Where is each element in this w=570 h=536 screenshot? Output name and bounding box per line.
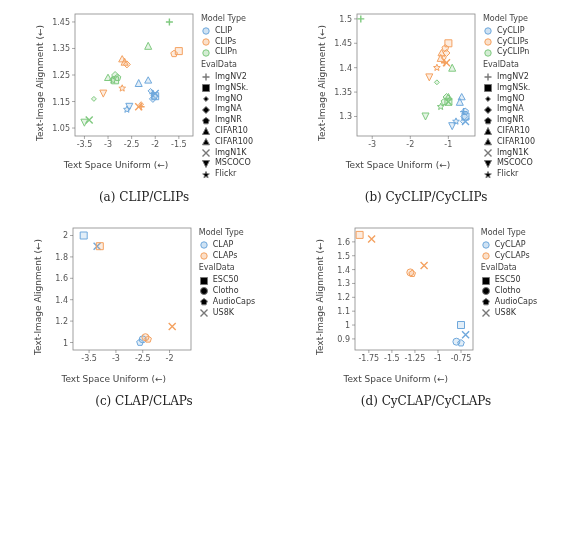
legend-swatch (483, 37, 493, 47)
svg-point-42 (485, 39, 491, 45)
legend-eval-row: ImgN1K (483, 148, 535, 159)
legend-eval-row: ImgNO (483, 94, 535, 105)
legend-marker-icon (201, 116, 211, 126)
data-point (426, 74, 433, 81)
legend-marker-icon (201, 83, 211, 93)
legend: Model TypeCLIPCLIPsCLIPnEvalDataImgNV2Im… (201, 8, 253, 180)
legend-eval-label: Flickr (215, 169, 236, 180)
legend-eval-label: ImgN1K (215, 148, 247, 159)
legend-eval-row: ESC50 (481, 275, 537, 286)
legend-eval-row: ESC50 (199, 275, 255, 286)
legend-model-label: CLAPs (213, 251, 238, 262)
panel-caption: (d) CyCLAP/CyCLAPs (361, 394, 491, 408)
legend-eval-row: AudioCaps (481, 297, 537, 308)
svg-point-21 (203, 28, 209, 34)
legend-header-model: Model Type (199, 228, 255, 239)
legend-model-label: CyCLAPs (495, 251, 530, 262)
legend-eval-label: ImgNO (497, 94, 525, 105)
svg-text:1.6: 1.6 (55, 274, 68, 283)
legend-swatch (483, 26, 493, 36)
legend-eval-row: ImgNO (201, 94, 253, 105)
legend-marker-icon (201, 137, 211, 147)
legend-eval-label: ImgNSk. (215, 83, 248, 94)
legend-eval-row: Flickr (483, 169, 535, 180)
data-point (135, 80, 142, 87)
scatter-plot: -1.75-1.5-1.25-1-0.750.911.11.21.31.41.5… (327, 222, 477, 372)
legend-eval-label: ImgNO (215, 94, 243, 105)
legend-header-model: Model Type (481, 228, 537, 239)
legend-eval-label: CIFAR100 (497, 137, 535, 148)
legend-swatch (199, 240, 209, 250)
svg-point-95 (483, 253, 489, 259)
legend-marker-icon (199, 308, 209, 318)
legend-header-model: Model Type (201, 14, 253, 25)
data-point (356, 231, 363, 238)
legend-eval-label: US8K (495, 308, 516, 319)
legend-eval-row: ImgNA (483, 104, 535, 115)
svg-text:1.6: 1.6 (337, 238, 350, 247)
legend-marker-icon (483, 170, 493, 180)
data-point (96, 243, 103, 250)
svg-text:-2: -2 (165, 354, 173, 363)
svg-text:1.15: 1.15 (52, 98, 70, 107)
legend-eval-row: CIFAR10 (483, 126, 535, 137)
data-point (119, 85, 126, 91)
legend-eval-label: ESC50 (213, 275, 239, 286)
legend-eval-label: ImgNSk. (497, 83, 530, 94)
svg-point-22 (203, 39, 209, 45)
data-point (453, 118, 460, 124)
data-point (166, 19, 173, 26)
x-axis-label: Text Space Uniform (←) (61, 374, 166, 384)
legend-model-row: CLIPn (201, 47, 253, 58)
svg-text:-1: -1 (434, 354, 442, 363)
legend-swatch (201, 37, 211, 47)
legend-eval-label: ImgNV2 (215, 72, 247, 83)
legend-header-eval: EvalData (481, 263, 537, 274)
svg-text:-1.75: -1.75 (358, 354, 379, 363)
y-axis-label: Text-Image Alignment (←) (315, 239, 325, 355)
legend-model-row: CyCLAP (481, 240, 537, 251)
legend-marker-icon (201, 94, 211, 104)
svg-text:1.35: 1.35 (52, 44, 70, 53)
legend-marker-icon (201, 126, 211, 136)
legend-marker-icon (199, 297, 209, 307)
legend-header-eval: EvalData (201, 60, 253, 71)
x-axis-label: Text Space Uniform (←) (343, 374, 448, 384)
legend-model-row: CLAP (199, 240, 255, 251)
svg-text:-2: -2 (406, 140, 414, 149)
svg-text:2: 2 (63, 231, 68, 240)
data-point (80, 232, 87, 239)
legend-model-row: CLAPs (199, 251, 255, 262)
scatter-plot: -3.5-3-2.5-2-1.51.051.151.251.351.45 (47, 8, 197, 158)
data-point (434, 64, 441, 70)
legend-model-row: CyCLIPn (483, 47, 535, 58)
y-axis-label: Text-Image Alignment (←) (33, 239, 43, 355)
panel-c: Text-Image Alignment (←) -3.5-3-2.5-211.… (8, 222, 280, 408)
legend-eval-label: AudioCaps (495, 297, 537, 308)
svg-text:1.25: 1.25 (52, 71, 70, 80)
legend-swatch (201, 48, 211, 58)
legend-marker-icon (483, 83, 493, 93)
svg-text:-3.5: -3.5 (81, 354, 97, 363)
legend-eval-row: Clotho (199, 286, 255, 297)
legend-model-label: CyCLAP (495, 240, 526, 251)
legend-swatch (481, 251, 491, 261)
svg-rect-0 (75, 14, 193, 136)
legend-eval-row: Clotho (481, 286, 537, 297)
legend-swatch (483, 48, 493, 58)
y-axis-label: Text-Image Alignment (←) (317, 25, 327, 141)
svg-text:0.9: 0.9 (337, 335, 350, 344)
legend-eval-label: ESC50 (495, 275, 521, 286)
data-point (422, 113, 429, 120)
legend-marker-icon (201, 105, 211, 115)
legend-eval-row: MSCOCO (483, 158, 535, 169)
legend-marker-icon (483, 137, 493, 147)
legend-eval-row: US8K (199, 308, 255, 319)
svg-text:-3: -3 (104, 140, 112, 149)
legend-marker-icon (483, 116, 493, 126)
svg-text:1.35: 1.35 (334, 88, 352, 97)
legend-eval-row: MSCOCO (201, 158, 253, 169)
data-point (457, 321, 464, 328)
legend-eval-row: ImgNA (201, 104, 253, 115)
svg-text:1.2: 1.2 (55, 317, 68, 326)
